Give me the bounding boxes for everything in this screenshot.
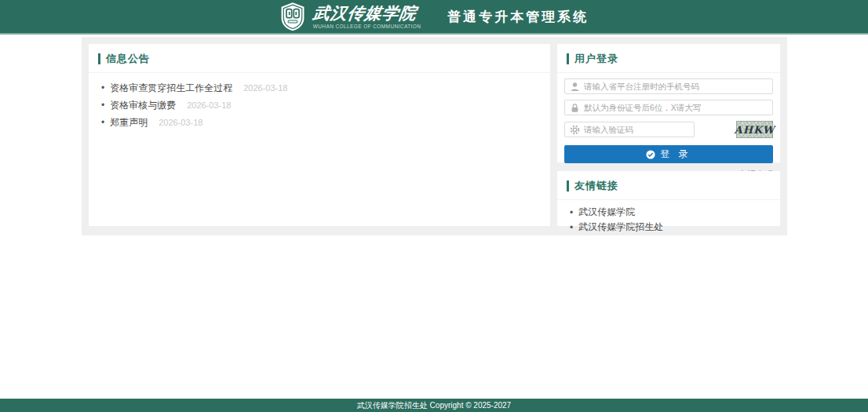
page: 武汉传媒学院 WUHAN COLLEGE OF COMMUNICATION 普通… — [0, 0, 868, 412]
captcha-image[interactable]: AHKW — [736, 121, 773, 138]
links-list: 武汉传媒学院 武汉传媒学院招生处 — [557, 200, 780, 239]
friendly-link[interactable]: 武汉传媒学院招生处 — [570, 220, 768, 235]
captcha-row: AHKW — [564, 121, 773, 138]
announcement-date: 2026-03-18 — [159, 118, 202, 127]
school-name: 武汉传媒学院 — [312, 5, 422, 21]
friendly-link-label[interactable]: 武汉传媒学院招生处 — [578, 221, 663, 234]
password-input[interactable] — [584, 100, 772, 115]
announcement-item[interactable]: 资格审核与缴费 2026-03-18 — [101, 97, 538, 114]
login-header: 用户登录 — [557, 44, 780, 73]
title-accent-bar — [567, 53, 569, 64]
announcement-date: 2026-03-18 — [243, 83, 287, 93]
announcement-link[interactable]: 资格审核与缴费 — [110, 99, 176, 112]
announcement-item[interactable]: 郑重声明 2026-03-18 — [101, 114, 538, 131]
announcements-list: 资格审查贯穿招生工作全过程 2026-03-18 资格审核与缴费 2026-03… — [89, 73, 550, 137]
captcha-field-row — [564, 122, 695, 137]
school-name-en: WUHAN COLLEGE OF COMMUNICATION — [313, 24, 421, 29]
announcements-title: 信息公告 — [106, 52, 150, 66]
brand: 武汉传媒学院 WUHAN COLLEGE OF COMMUNICATION 普通… — [279, 2, 589, 31]
announcement-date: 2026-03-18 — [187, 100, 231, 110]
friendly-link[interactable]: 武汉传媒学院 — [570, 205, 768, 220]
links-title: 友情链接 — [574, 179, 618, 193]
captcha-gear-icon — [565, 125, 584, 135]
links-header: 友情链接 — [557, 171, 780, 200]
phone-input[interactable] — [584, 79, 772, 93]
footer-copyright: 武汉传媒学院招生处 Copyright © 2025-2027 — [357, 400, 511, 411]
announcement-item[interactable]: 资格审查贯穿招生工作全过程 2026-03-18 — [101, 79, 538, 97]
title-accent-bar — [98, 53, 100, 64]
login-title: 用户登录 — [574, 52, 618, 66]
announcement-link[interactable]: 资格审查贯穿招生工作全过程 — [110, 82, 232, 95]
links-card: 友情链接 武汉传媒学院 武汉传媒学院招生处 — [557, 171, 780, 226]
login-form: AHKW 登 录 忘记密码 — [557, 73, 780, 180]
user-icon — [565, 82, 584, 92]
system-title: 普通专升本管理系统 — [447, 8, 589, 26]
friendly-link-label[interactable]: 武汉传媒学院 — [578, 206, 635, 219]
footer: 武汉传媒学院招生处 Copyright © 2025-2027 — [0, 399, 868, 412]
lock-icon — [565, 103, 584, 113]
school-name-block: 武汉传媒学院 WUHAN COLLEGE OF COMMUNICATION — [313, 5, 421, 29]
header: 武汉传媒学院 WUHAN COLLEGE OF COMMUNICATION 普通… — [0, 0, 868, 35]
phone-field-row — [564, 78, 773, 94]
announcements-header: 信息公告 — [89, 44, 550, 73]
login-button-label: 登 录 — [660, 148, 691, 161]
login-card: 用户登录 — [557, 44, 780, 162]
school-logo-icon — [279, 2, 306, 31]
login-button[interactable]: 登 录 — [564, 145, 773, 163]
captcha-input[interactable] — [584, 122, 694, 137]
check-circle-icon — [646, 150, 655, 159]
title-accent-bar — [567, 180, 569, 191]
announcements-card: 信息公告 资格审查贯穿招生工作全过程 2026-03-18 资格审核与缴费 20… — [89, 44, 550, 226]
captcha-code: AHKW — [735, 124, 775, 136]
password-field-row — [564, 100, 773, 115]
announcement-link[interactable]: 郑重声明 — [110, 116, 148, 129]
content-wrapper: 信息公告 资格审查贯穿招生工作全过程 2026-03-18 资格审核与缴费 20… — [82, 37, 787, 235]
